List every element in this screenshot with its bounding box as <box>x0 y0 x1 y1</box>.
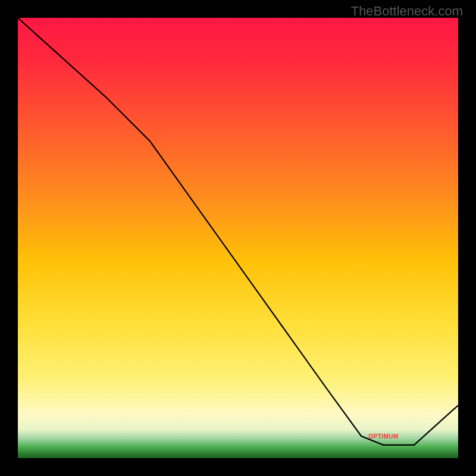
plot-area: OPTIMUM <box>18 18 458 458</box>
optimum-marker: OPTIMUM <box>368 433 399 440</box>
bottleneck-curve <box>18 18 458 445</box>
watermark-text: TheBottleneck.com <box>351 4 463 19</box>
line-overlay <box>18 18 458 458</box>
chart-container: TheBottleneck.com OPTIMUM <box>0 0 476 476</box>
